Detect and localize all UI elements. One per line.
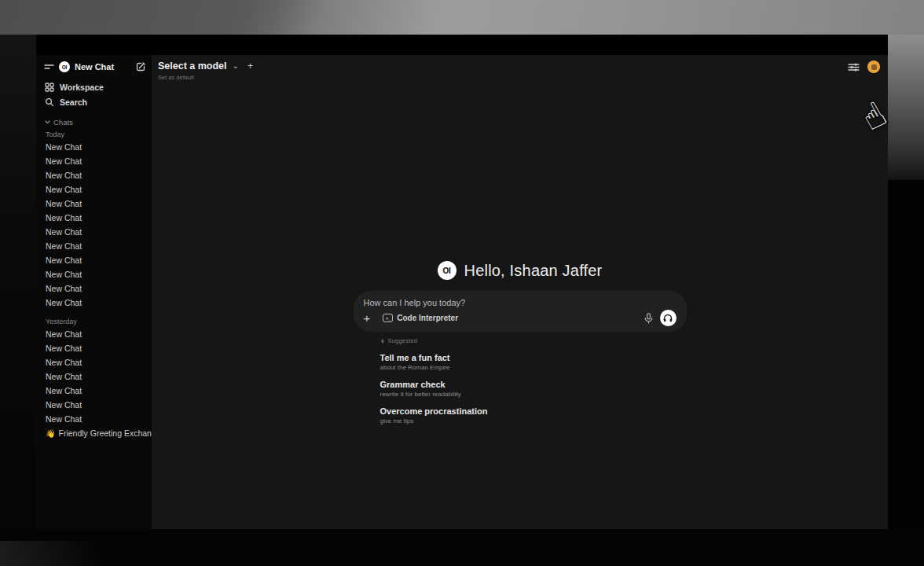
chevron-down-icon: ⌄ bbox=[233, 62, 239, 70]
sidebar-title: New Chat bbox=[75, 62, 131, 72]
chat-list-item[interactable]: New Chat bbox=[36, 412, 152, 426]
chat-message-input[interactable] bbox=[364, 298, 676, 307]
chat-group-label: Yesterday bbox=[36, 316, 152, 327]
suggested-prompt[interactable]: Tell me a fun fact about the Roman Empir… bbox=[380, 353, 687, 371]
chat-list-item[interactable]: New Chat bbox=[36, 197, 152, 211]
code-interpreter-label: Code Interpreter bbox=[397, 314, 458, 322]
prompt-subtitle: rewrite it for better readability bbox=[380, 391, 687, 398]
chat-list-item[interactable]: New Chat bbox=[36, 225, 152, 239]
prompt-title: Tell me a fun fact bbox=[380, 353, 687, 362]
chats-section-toggle[interactable]: Chats bbox=[36, 117, 152, 127]
desktop-background-right bbox=[888, 35, 924, 180]
chat-input-card: + >_ Code Interpreter bbox=[354, 291, 687, 332]
chevron-down-icon bbox=[45, 120, 50, 124]
user-avatar[interactable] bbox=[867, 61, 880, 73]
desktop-background-top bbox=[0, 0, 924, 35]
chat-list-item[interactable]: New Chat bbox=[36, 182, 152, 197]
prompt-title: Overcome procrastination bbox=[380, 406, 687, 416]
chats-section-label: Chats bbox=[53, 118, 73, 127]
input-toolbar: + >_ Code Interpreter bbox=[364, 310, 676, 326]
desktop-background-bottom bbox=[0, 529, 924, 566]
controls-sliders-icon[interactable] bbox=[848, 62, 860, 72]
suggested-header: Suggested bbox=[380, 337, 687, 344]
sidebar-nav: Workspace Search bbox=[36, 79, 152, 109]
chat-list-item[interactable]: New Chat bbox=[36, 253, 152, 267]
suggested-prompt[interactable]: Grammar check rewrite it for better read… bbox=[380, 380, 687, 398]
chat-list-item[interactable]: New Chat bbox=[36, 296, 152, 310]
chat-list-item[interactable]: New Chat bbox=[36, 281, 152, 296]
chat-list-yesterday: New ChatNew ChatNew ChatNew ChatNew Chat… bbox=[36, 327, 152, 426]
suggested-prompt-list: Tell me a fun fact about the Roman Empir… bbox=[380, 353, 687, 424]
sidebar-item-search[interactable]: Search bbox=[36, 94, 152, 109]
sidebar-item-label: Workspace bbox=[60, 83, 104, 92]
app-window: OI New Chat bbox=[36, 35, 888, 529]
set-default-button[interactable]: Set as default bbox=[158, 74, 253, 81]
chat-list-today: New ChatNew ChatNew ChatNew ChatNew Chat… bbox=[36, 140, 152, 310]
chat-group-yesterday: Yesterday New ChatNew ChatNew ChatNew Ch… bbox=[36, 316, 152, 426]
window-top-band bbox=[36, 35, 888, 55]
home-center-column: OI Hello, Ishaan Jaffer + >_ Code Interp… bbox=[354, 261, 687, 424]
terminal-icon: >_ bbox=[383, 314, 393, 322]
desktop-background-corner bbox=[0, 541, 134, 566]
prompt-subtitle: give me tips bbox=[380, 417, 687, 424]
main-header: Select a model ⌄ + Set as default bbox=[158, 61, 880, 81]
chat-list-item[interactable]: New Chat bbox=[36, 239, 152, 253]
greeting-row: OI Hello, Ishaan Jaffer bbox=[354, 261, 687, 280]
chat-group-label: Today bbox=[36, 129, 152, 140]
chat-list-item-named[interactable]: 👋 Friendly Greeting Exchange bbox=[36, 426, 152, 440]
chat-list-item[interactable]: New Chat bbox=[36, 154, 152, 168]
chat-list-item[interactable]: New Chat bbox=[36, 140, 152, 154]
sidebar-item-workspace[interactable]: Workspace bbox=[36, 79, 152, 94]
add-model-button[interactable]: + bbox=[248, 61, 253, 72]
chat-list-item[interactable]: New Chat bbox=[36, 355, 152, 369]
chat-list-item[interactable]: New Chat bbox=[36, 211, 152, 225]
workspace-grid-icon bbox=[45, 83, 54, 92]
code-interpreter-toggle[interactable]: >_ Code Interpreter bbox=[383, 314, 458, 322]
voice-call-button[interactable] bbox=[660, 310, 676, 326]
suggested-section: Suggested Tell me a fun fact about the R… bbox=[354, 337, 687, 424]
chat-title: Friendly Greeting Exchange bbox=[58, 428, 152, 438]
sidebar-toggle-icon[interactable] bbox=[44, 63, 54, 71]
chat-list-item[interactable]: New Chat bbox=[36, 398, 152, 412]
sidebar-item-label: Search bbox=[60, 97, 87, 107]
microphone-icon[interactable] bbox=[644, 313, 653, 324]
chat-list-item[interactable]: New Chat bbox=[36, 168, 152, 182]
new-chat-icon[interactable] bbox=[136, 62, 145, 72]
app-logo: OI bbox=[438, 261, 456, 280]
sparkle-bolt-icon bbox=[380, 338, 385, 344]
model-selector[interactable]: Select a model ⌄ + bbox=[158, 61, 253, 72]
chat-list-item[interactable]: New Chat bbox=[36, 267, 152, 281]
prompt-title: Grammar check bbox=[380, 380, 687, 389]
desktop-background-left bbox=[0, 35, 36, 529]
search-icon bbox=[45, 97, 54, 107]
suggested-prompt[interactable]: Overcome procrastination give me tips bbox=[380, 406, 687, 424]
wave-emoji-icon: 👋 bbox=[46, 429, 55, 438]
model-selector-label: Select a model bbox=[158, 61, 227, 72]
main-content: Select a model ⌄ + Set as default bbox=[152, 55, 888, 529]
chat-list-item[interactable]: New Chat bbox=[36, 384, 152, 398]
suggested-label: Suggested bbox=[388, 337, 418, 344]
attach-plus-button[interactable]: + bbox=[364, 312, 371, 324]
chat-list-item[interactable]: New Chat bbox=[36, 341, 152, 355]
sidebar-header: OI New Chat bbox=[44, 60, 145, 74]
chat-list-item[interactable]: New Chat bbox=[36, 327, 152, 341]
headphones-icon bbox=[663, 314, 673, 322]
prompt-subtitle: about the Roman Empire bbox=[380, 364, 687, 371]
sidebar: OI New Chat bbox=[36, 55, 152, 529]
chat-group-today: Today New ChatNew ChatNew ChatNew ChatNe… bbox=[36, 129, 152, 310]
greeting-text: Hello, Ishaan Jaffer bbox=[464, 262, 603, 280]
chat-list-item[interactable]: New Chat bbox=[36, 369, 152, 384]
app-logo: OI bbox=[59, 61, 70, 72]
